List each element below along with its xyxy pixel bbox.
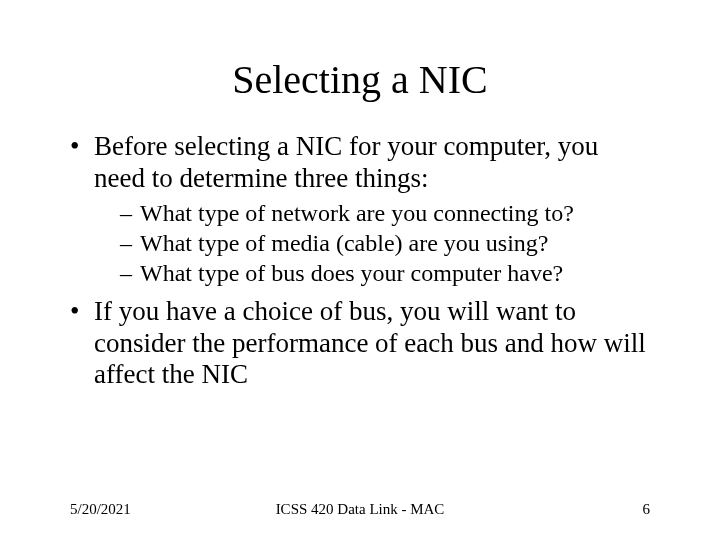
bullet-text: If you have a choice of bus, you will wa… <box>94 296 646 390</box>
bullet-list: Before selecting a NIC for your computer… <box>70 131 650 391</box>
slide-footer: 5/20/2021 ICSS 420 Data Link - MAC 6 <box>0 501 720 518</box>
bullet-text: Before selecting a NIC for your computer… <box>94 131 598 193</box>
sub-bullet-item: What type of network are you connecting … <box>120 199 650 227</box>
footer-date: 5/20/2021 <box>70 501 131 518</box>
slide-title: Selecting a NIC <box>0 0 720 103</box>
sub-bullet-item: What type of bus does your computer have… <box>120 259 650 287</box>
slide-body: Before selecting a NIC for your computer… <box>0 103 720 391</box>
sub-bullet-text: What type of bus does your computer have… <box>140 260 563 286</box>
sub-bullet-list: What type of network are you connecting … <box>120 199 650 288</box>
sub-bullet-text: What type of media (cable) are you using… <box>140 230 549 256</box>
footer-page-number: 6 <box>643 501 651 518</box>
sub-bullet-item: What type of media (cable) are you using… <box>120 229 650 257</box>
slide: Selecting a NIC Before selecting a NIC f… <box>0 0 720 540</box>
sub-bullet-text: What type of network are you connecting … <box>140 200 574 226</box>
bullet-item: If you have a choice of bus, you will wa… <box>70 296 650 392</box>
bullet-item: Before selecting a NIC for your computer… <box>70 131 650 288</box>
footer-course: ICSS 420 Data Link - MAC <box>276 501 445 518</box>
